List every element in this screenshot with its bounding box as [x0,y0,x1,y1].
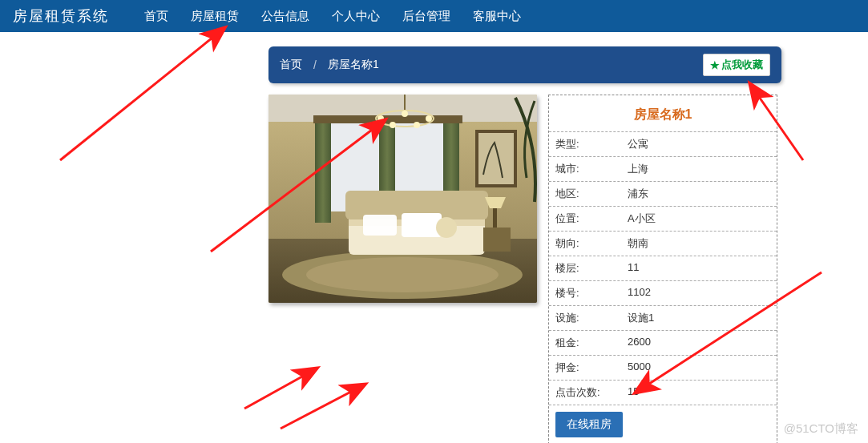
table-row: 城市:上海 [549,156,777,181]
star-icon: ★ [710,59,720,71]
svg-rect-7 [315,119,331,223]
breadcrumb-current: 房屋名称1 [328,58,379,72]
table-row: 点击次数:15 [549,380,777,405]
table-row: 地区:浦东 [549,181,777,206]
svg-point-16 [414,122,420,128]
info-table: 房屋名称1 类型:公寓 城市:上海 地区:浦东 位置:A小区 朝向:朝南 楼层:… [548,95,777,443]
brand-title: 房屋租赁系统 [8,6,109,26]
table-row: 楼层:11 [549,256,777,280]
rent-button[interactable]: 在线租房 [555,412,623,437]
svg-line-29 [60,28,224,160]
svg-rect-24 [402,213,442,237]
watermark: @51CTO博客 [784,421,858,437]
svg-point-17 [402,111,408,117]
table-row: 楼号:1102 [549,280,777,305]
nav-profile[interactable]: 个人中心 [321,0,391,32]
breadcrumb-home[interactable]: 首页 [280,58,302,72]
top-nav: 房屋租赁系统 首页 房屋租赁 公告信息 个人中心 后台管理 客服中心 [0,0,868,32]
svg-rect-23 [363,215,397,236]
table-row: 押金:5000 [549,355,777,380]
nav-items: 首页 房屋租赁 公告信息 个人中心 后台管理 客服中心 [133,0,532,32]
svg-rect-19 [478,133,514,184]
main-row: 房屋名称1 类型:公寓 城市:上海 地区:浦东 位置:A小区 朝向:朝南 楼层:… [268,95,781,443]
nav-rental[interactable]: 房屋租赁 [180,0,250,32]
table-row: 类型:公寓 [549,131,777,156]
table-row: 位置:A小区 [549,206,777,231]
room-photo [268,95,537,303]
favorite-label: 点我收藏 [721,58,763,72]
nav-support[interactable]: 客服中心 [462,0,532,32]
svg-rect-10 [313,115,462,123]
breadcrumb-sep: / [313,58,317,71]
svg-point-15 [390,122,396,128]
svg-point-13 [377,115,384,122]
table-row: 设施:设施1 [549,305,777,330]
svg-point-14 [426,115,432,122]
nav-home[interactable]: 首页 [133,0,180,32]
svg-rect-26 [493,207,497,228]
breadcrumb: 首页 / 房屋名称1 ★ 点我收藏 [268,46,781,83]
svg-point-25 [436,217,457,238]
svg-rect-28 [483,228,511,252]
nav-announce[interactable]: 公告信息 [250,0,321,32]
svg-point-4 [306,257,499,292]
favorite-button[interactable]: ★ 点我收藏 [703,54,770,76]
nav-admin[interactable]: 后台管理 [391,0,462,32]
table-row: 租金:2600 [549,330,777,355]
info-title: 房屋名称1 [549,95,777,131]
table-row: 朝向:朝南 [549,231,777,256]
